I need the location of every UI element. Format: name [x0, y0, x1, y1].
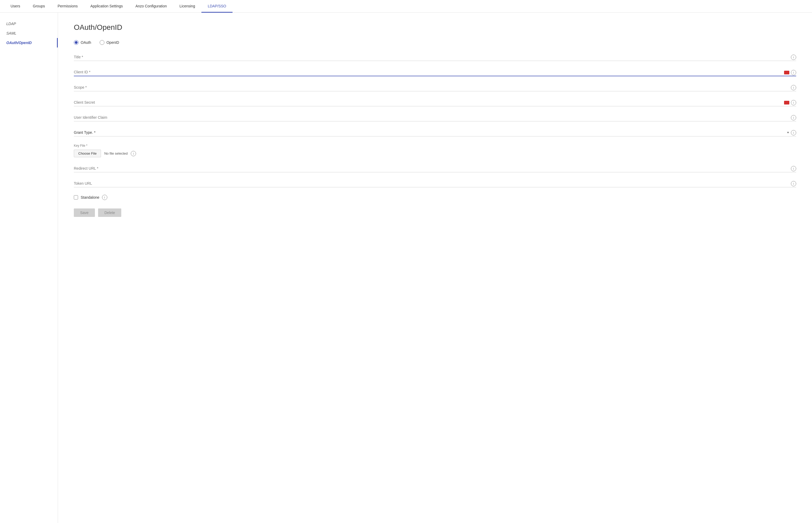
sidebar-item-ldap[interactable]: LDAP: [0, 19, 58, 29]
key-file-row: Choose File No file selected i: [74, 150, 796, 157]
protocol-radio-group: OAuth OpenID: [74, 40, 796, 45]
nav-item-anzo-configuration[interactable]: Anzo Configuration: [129, 0, 173, 13]
client-id-field-row: i: [74, 68, 796, 76]
grant-type-field: Grant Type. * ▾ i: [74, 129, 796, 137]
grant-type-select[interactable]: Grant Type. *: [74, 129, 796, 137]
redirect-url-input[interactable]: [74, 165, 796, 172]
client-id-info-icon[interactable]: i: [791, 70, 796, 75]
token-url-input[interactable]: [74, 180, 796, 187]
title-field-actions: i: [791, 55, 796, 60]
standalone-info-icon[interactable]: i: [102, 195, 107, 200]
nav-item-ldap-sso[interactable]: LDAP/SSO: [202, 0, 232, 13]
page-title: OAuth/OpenID: [74, 23, 796, 32]
client-id-red-icon[interactable]: [784, 71, 789, 74]
client-secret-red-icon[interactable]: [784, 101, 789, 105]
redirect-url-field: i: [74, 165, 796, 172]
title-input[interactable]: [74, 53, 796, 61]
key-file-label: Key File *: [74, 144, 796, 147]
user-identifier-claim-input[interactable]: [74, 114, 796, 121]
key-file-info-icon[interactable]: i: [131, 151, 136, 156]
choose-file-button[interactable]: Choose File: [74, 150, 101, 157]
client-id-input[interactable]: [74, 68, 796, 76]
scope-info-icon[interactable]: i: [791, 85, 796, 90]
scope-input[interactable]: [74, 84, 796, 91]
scope-field: i: [74, 84, 796, 91]
top-navigation: UsersGroupsPermissionsApplication Settin…: [0, 0, 812, 13]
user-identifier-claim-field-row: i: [74, 114, 796, 121]
form-buttons: Save Delete: [74, 209, 796, 217]
oauth-radio[interactable]: [74, 40, 79, 45]
standalone-checkbox[interactable]: [74, 195, 78, 199]
grant-type-field-row: Grant Type. * ▾ i: [74, 129, 796, 137]
openid-radio[interactable]: [100, 40, 105, 45]
client-secret-field: i: [74, 99, 796, 106]
sidebar-item-saml[interactable]: SAML: [0, 29, 58, 38]
scope-field-actions: i: [791, 85, 796, 90]
client-secret-field-actions: i: [784, 100, 796, 105]
user-identifier-claim-field: i: [74, 114, 796, 121]
nav-item-permissions[interactable]: Permissions: [51, 0, 84, 13]
token-url-info-icon[interactable]: i: [791, 181, 796, 186]
oauth-radio-label[interactable]: OAuth: [74, 40, 91, 45]
token-url-field-row: i: [74, 180, 796, 187]
save-button[interactable]: Save: [74, 209, 95, 217]
user-identifier-claim-info-icon[interactable]: i: [791, 115, 796, 120]
client-id-field: i: [74, 68, 796, 76]
nav-item-licensing[interactable]: Licensing: [173, 0, 202, 13]
delete-button[interactable]: Delete: [98, 209, 121, 217]
no-file-text: No file selected: [104, 151, 128, 156]
title-info-icon[interactable]: i: [791, 55, 796, 60]
redirect-url-field-row: i: [74, 165, 796, 172]
main-content: OAuth/OpenID OAuth OpenID i: [58, 13, 812, 523]
title-field-row: i: [74, 53, 796, 61]
token-url-field: i: [74, 180, 796, 187]
page-layout: LDAPSAMLOAuth/OpenID OAuth/OpenID OAuth …: [0, 13, 812, 523]
openid-label: OpenID: [107, 40, 119, 44]
client-secret-info-icon[interactable]: i: [791, 100, 796, 105]
nav-item-groups[interactable]: Groups: [26, 0, 52, 13]
token-url-field-actions: i: [791, 181, 796, 186]
openid-radio-label[interactable]: OpenID: [100, 40, 119, 45]
client-secret-field-row: i: [74, 99, 796, 106]
sidebar: LDAPSAMLOAuth/OpenID: [0, 13, 58, 523]
standalone-checkbox-row: Standalone i: [74, 195, 796, 200]
redirect-url-field-actions: i: [791, 166, 796, 171]
grant-type-field-actions: i: [791, 130, 796, 136]
nav-item-application-settings[interactable]: Application Settings: [84, 0, 129, 13]
grant-type-info-icon[interactable]: i: [791, 130, 796, 136]
client-id-field-actions: i: [784, 70, 796, 75]
standalone-label: Standalone: [81, 195, 99, 199]
scope-field-row: i: [74, 84, 796, 91]
redirect-url-info-icon[interactable]: i: [791, 166, 796, 171]
key-file-section: Key File * Choose File No file selected …: [74, 144, 796, 157]
user-identifier-claim-field-actions: i: [791, 115, 796, 120]
client-secret-input[interactable]: [74, 99, 796, 106]
nav-item-users[interactable]: Users: [4, 0, 26, 13]
oauth-label: OAuth: [81, 40, 91, 44]
title-field: i: [74, 53, 796, 61]
sidebar-item-oauth-openid[interactable]: OAuth/OpenID: [0, 38, 58, 48]
